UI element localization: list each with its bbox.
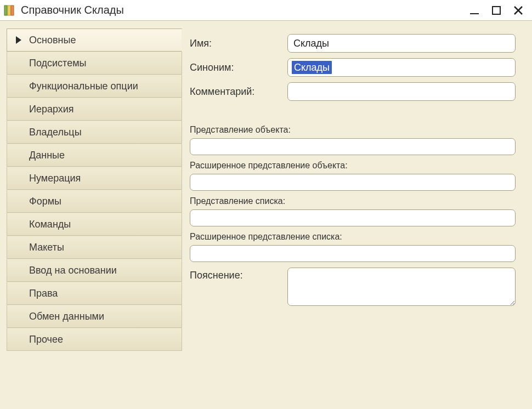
tab-label: Владельцы [29,127,82,138]
tab-label: Ввод на основании [29,265,117,276]
tab-label: Данные [29,150,65,161]
svg-rect-3 [470,13,479,14]
name-label: Имя: [190,38,283,49]
maximize-button[interactable] [489,3,503,18]
svg-rect-0 [4,5,7,15]
tab-functional-options[interactable]: Функциональные опции [7,75,182,98]
tab-subsystems[interactable]: Подсистемы [7,52,182,75]
catalog-icon [3,4,15,16]
tab-rights[interactable]: Права [7,282,182,305]
row-list-presentation: Представление списка: [190,196,516,226]
ext-list-presentation-input[interactable] [190,245,516,262]
titlebar: Справочник Склады [0,0,532,21]
ext-object-presentation-label: Расширенное представление объекта: [190,161,516,171]
tab-label: Команды [29,219,71,230]
tab-label: Прочее [29,334,63,345]
tab-owners[interactable]: Владельцы [7,121,182,144]
explanation-input[interactable] [287,268,516,306]
tab-label: Подсистемы [29,58,86,69]
list-presentation-input[interactable] [190,209,516,226]
spacer [190,106,516,120]
tab-label: Формы [29,196,61,207]
comment-label: Комментарий: [190,86,283,98]
tab-label: Основные [29,35,76,46]
ext-object-presentation-input[interactable] [190,174,516,191]
tab-forms[interactable]: Формы [7,190,182,213]
object-presentation-input[interactable] [190,138,516,155]
tab-main[interactable]: Основные [7,29,182,52]
explanation-label: Пояснение: [190,268,283,281]
row-ext-list-presentation: Расширенное представление списка: [190,232,516,262]
minimize-button[interactable] [467,3,482,18]
row-ext-object-presentation: Расширенное представление объекта: [190,161,516,191]
comment-input[interactable] [287,82,516,101]
tab-label: Функциональные опции [29,81,138,92]
list-presentation-label: Представление списка: [190,196,516,206]
row-explanation: Пояснение: [190,268,516,306]
tab-label: Нумерация [29,173,81,184]
synonym-label: Синоним: [190,62,283,73]
synonym-input-wrap: Склады [287,58,516,77]
tab-numbering[interactable]: Нумерация [7,167,182,190]
name-input[interactable] [287,34,516,53]
row-synonym: Синоним: Склады [190,58,516,77]
ext-list-presentation-label: Расширенное представление списка: [190,232,516,242]
tab-templates[interactable]: Макеты [7,236,182,259]
tab-hierarchy[interactable]: Иерархия [7,98,182,121]
tab-other[interactable]: Прочее [7,328,182,351]
row-object-presentation: Представление объекта: [190,125,516,155]
window-title: Справочник Склады [21,4,462,16]
tab-label: Макеты [29,242,64,253]
form-area: Имя: Синоним: Склады Комментарий: Предст… [190,29,527,409]
tab-data-exchange[interactable]: Обмен данными [7,305,182,328]
object-presentation-label: Представление объекта: [190,125,516,135]
client-area: Основные Подсистемы Функциональные опции… [0,21,532,409]
svg-rect-2 [11,5,14,15]
tab-commands[interactable]: Команды [7,213,182,236]
tab-label: Обмен данными [29,311,104,322]
tab-label: Права [29,288,58,299]
window: Справочник Склады Основные Подсистемы Фу… [0,0,532,409]
window-controls [467,3,529,18]
svg-rect-4 [493,7,500,14]
tab-label: Иерархия [29,104,74,115]
close-button[interactable] [511,3,525,18]
synonym-selection: Склады [292,61,332,74]
row-name: Имя: [190,34,516,53]
tab-data[interactable]: Данные [7,144,182,167]
svg-rect-1 [8,5,10,15]
tab-input-based-on[interactable]: Ввод на основании [7,259,182,282]
row-comment: Комментарий: [190,82,516,101]
sidebar: Основные Подсистемы Функциональные опции… [7,29,182,409]
